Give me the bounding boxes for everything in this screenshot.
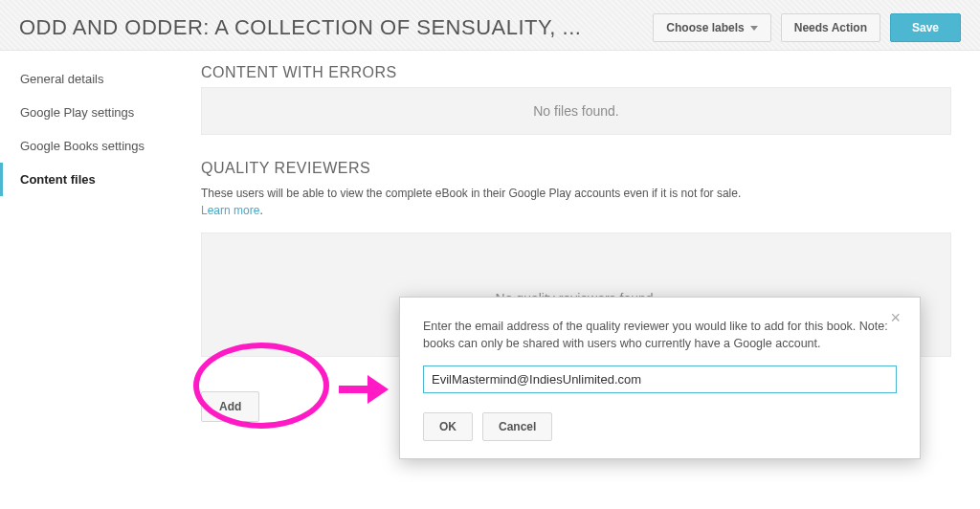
cancel-button[interactable]: Cancel [482, 412, 552, 441]
learn-more-link[interactable]: Learn more [201, 204, 259, 217]
needs-action-label: Needs Action [794, 21, 867, 34]
needs-action-button[interactable]: Needs Action [781, 13, 880, 42]
save-button[interactable]: Save [890, 13, 961, 42]
chevron-down-icon [750, 26, 758, 31]
add-button[interactable]: Add [201, 391, 259, 422]
errors-section-header: CONTENT WITH ERRORS [201, 64, 951, 81]
sidebar-item-general-details[interactable]: General details [0, 62, 187, 96]
header-buttons: Choose labels Needs Action Save [653, 13, 961, 42]
modal-buttons: OK Cancel [423, 412, 897, 441]
page-title: ODD AND ODDER: A COLLECTION OF SENSUALIT… [19, 15, 581, 40]
reviewer-email-input[interactable] [423, 365, 897, 393]
sidebar: General details Google Play settings Goo… [0, 51, 187, 196]
save-label: Save [912, 21, 939, 34]
sidebar-item-google-books-settings[interactable]: Google Books settings [0, 129, 187, 163]
reviewers-help-text: These users will be able to view the com… [201, 185, 756, 219]
reviewers-section-header: QUALITY REVIEWERS [201, 160, 951, 177]
header-bar: ODD AND ODDER: A COLLECTION OF SENSUALIT… [0, 0, 980, 51]
sidebar-item-content-files[interactable]: Content files [0, 163, 187, 196]
errors-empty-panel: No files found. [201, 87, 951, 135]
choose-labels-button[interactable]: Choose labels [653, 13, 770, 42]
modal-instruction-text: Enter the email address of the quality r… [423, 319, 897, 352]
reviewers-help-prefix: These users will be able to view the com… [201, 187, 741, 200]
close-icon[interactable]: × [884, 307, 906, 329]
choose-labels-label: Choose labels [666, 21, 744, 34]
errors-empty-text: No files found. [533, 103, 619, 119]
add-reviewer-modal: × Enter the email address of the quality… [399, 297, 921, 459]
ok-button[interactable]: OK [423, 412, 473, 441]
sidebar-item-google-play-settings[interactable]: Google Play settings [0, 96, 187, 129]
